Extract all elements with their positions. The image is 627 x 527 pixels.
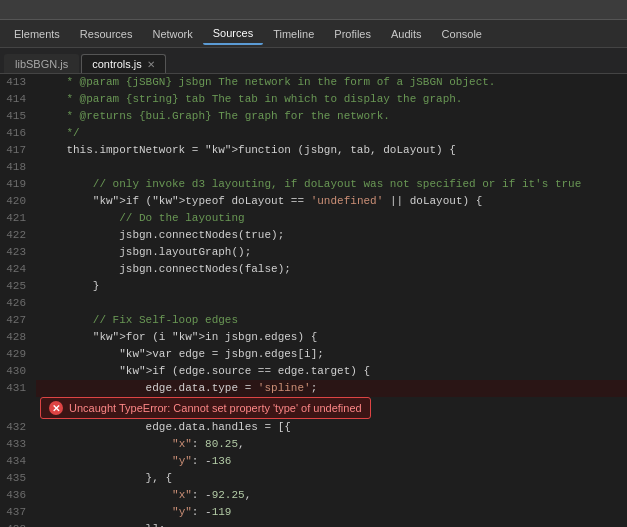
table-row: 434 "y": -136 <box>0 453 627 470</box>
table-row: 431 edge.data.type = 'spline'; <box>0 380 627 397</box>
table-row: 422 jsbgn.connectNodes(true); <box>0 227 627 244</box>
file-tabs: libSBGN.js controls.js ✕ <box>0 48 627 74</box>
table-row: 423 jsbgn.layoutGraph(); <box>0 244 627 261</box>
table-row: 421 // Do the layouting <box>0 210 627 227</box>
table-row: 437 "y": -119 <box>0 504 627 521</box>
line-content: * @returns {bui.Graph} The graph for the… <box>36 108 627 125</box>
line-number: 429 <box>0 346 36 363</box>
line-content: edge.data.handles = [{ <box>36 419 627 436</box>
line-content: "kw">var edge = jsbgn.edges[i]; <box>36 346 627 363</box>
file-tab-libsbgn[interactable]: libSBGN.js <box>4 54 79 73</box>
line-number: 413 <box>0 74 36 91</box>
line-content: "kw">if ("kw">typeof doLayout == 'undefi… <box>36 193 627 210</box>
table-row: 433 "x": 80.25, <box>0 436 627 453</box>
line-number: 434 <box>0 453 36 470</box>
line-content: }]; <box>36 521 627 527</box>
line-number: 422 <box>0 227 36 244</box>
table-row: 429 "kw">var edge = jsbgn.edges[i]; <box>0 346 627 363</box>
file-tab-controls[interactable]: controls.js ✕ <box>81 54 166 73</box>
line-number: 438 <box>0 521 36 527</box>
line-content: "x": -92.25, <box>36 487 627 504</box>
line-number: 425 <box>0 278 36 295</box>
file-tab-controls-label: controls.js <box>92 58 142 70</box>
line-number: 417 <box>0 142 36 159</box>
toolbar-audits[interactable]: Audits <box>381 24 432 44</box>
line-content: jsbgn.layoutGraph(); <box>36 244 627 261</box>
toolbar-timeline[interactable]: Timeline <box>263 24 324 44</box>
line-content: this.importNetwork = "kw">function (jsbg… <box>36 142 627 159</box>
line-number: 436 <box>0 487 36 504</box>
table-row: 418 <box>0 159 627 176</box>
toolbar: Elements Resources Network Sources Timel… <box>0 20 627 48</box>
line-number: 431 <box>0 380 36 397</box>
line-number: 416 <box>0 125 36 142</box>
line-number: 414 <box>0 91 36 108</box>
line-content: "kw">for (i "kw">in jsbgn.edges) { <box>36 329 627 346</box>
table-row: 424 jsbgn.connectNodes(false); <box>0 261 627 278</box>
table-row: 430 "kw">if (edge.source == edge.target)… <box>0 363 627 380</box>
line-number: 426 <box>0 295 36 312</box>
line-content: jsbgn.connectNodes(true); <box>36 227 627 244</box>
line-number: 419 <box>0 176 36 193</box>
line-content: "y": -136 <box>36 453 627 470</box>
error-message: Uncaught TypeError: Cannot set property … <box>69 402 362 414</box>
line-content: }, { <box>36 470 627 487</box>
line-number: 415 <box>0 108 36 125</box>
toolbar-sources[interactable]: Sources <box>203 23 263 45</box>
error-icon: ✕ <box>49 401 63 415</box>
table-row: 417 this.importNetwork = "kw">function (… <box>0 142 627 159</box>
line-number: 427 <box>0 312 36 329</box>
line-number: 423 <box>0 244 36 261</box>
line-content: */ <box>36 125 627 142</box>
table-row: 416 */ <box>0 125 627 142</box>
table-row: 426 <box>0 295 627 312</box>
line-content: edge.data.type = 'spline'; <box>36 380 627 397</box>
toolbar-elements[interactable]: Elements <box>4 24 70 44</box>
table-row: 419 // only invoke d3 layouting, if doLa… <box>0 176 627 193</box>
line-number: 420 <box>0 193 36 210</box>
table-row: 436 "x": -92.25, <box>0 487 627 504</box>
table-row: 438 }]; <box>0 521 627 527</box>
file-tab-libsbgn-label: libSBGN.js <box>15 58 68 70</box>
error-row: ✕Uncaught TypeError: Cannot set property… <box>0 397 627 419</box>
line-number: 433 <box>0 436 36 453</box>
table-row: 435 }, { <box>0 470 627 487</box>
toolbar-network[interactable]: Network <box>142 24 202 44</box>
line-number: 435 <box>0 470 36 487</box>
line-content: * @param {jSBGN} jsbgn The network in th… <box>36 74 627 91</box>
table-row: 420 "kw">if ("kw">typeof doLayout == 'un… <box>0 193 627 210</box>
line-number: 424 <box>0 261 36 278</box>
table-row: 425 } <box>0 278 627 295</box>
table-row: 427 // Fix Self-loop edges <box>0 312 627 329</box>
line-content: * @param {string} tab The tab in which t… <box>36 91 627 108</box>
line-number: 428 <box>0 329 36 346</box>
toolbar-profiles[interactable]: Profiles <box>324 24 381 44</box>
table-row: 415 * @returns {bui.Graph} The graph for… <box>0 108 627 125</box>
table-row: 428 "kw">for (i "kw">in jsbgn.edges) { <box>0 329 627 346</box>
line-number: 418 <box>0 159 36 176</box>
line-content: "x": 80.25, <box>36 436 627 453</box>
line-content: "y": -119 <box>36 504 627 521</box>
close-icon[interactable]: ✕ <box>147 59 155 70</box>
table-row: 413 * @param {jSBGN} jsbgn The network i… <box>0 74 627 91</box>
toolbar-console[interactable]: Console <box>432 24 492 44</box>
title-bar <box>0 0 627 20</box>
line-content: } <box>36 278 627 295</box>
line-number: 430 <box>0 363 36 380</box>
error-tooltip: ✕Uncaught TypeError: Cannot set property… <box>40 397 371 419</box>
toolbar-resources[interactable]: Resources <box>70 24 143 44</box>
line-number: 421 <box>0 210 36 227</box>
line-content: // Fix Self-loop edges <box>36 312 627 329</box>
table-row: 432 edge.data.handles = [{ <box>0 419 627 436</box>
line-number: 437 <box>0 504 36 521</box>
code-area: 413 * @param {jSBGN} jsbgn The network i… <box>0 74 627 527</box>
line-content: jsbgn.connectNodes(false); <box>36 261 627 278</box>
table-row: 414 * @param {string} tab The tab in whi… <box>0 91 627 108</box>
line-content: // only invoke d3 layouting, if doLayout… <box>36 176 627 193</box>
line-content: "kw">if (edge.source == edge.target) { <box>36 363 627 380</box>
line-number: 432 <box>0 419 36 436</box>
line-content: // Do the layouting <box>36 210 627 227</box>
